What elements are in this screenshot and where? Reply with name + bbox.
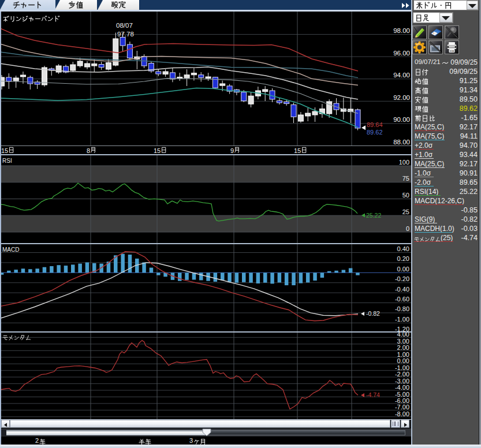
- svg-text:-1.20: -1.20: [395, 326, 409, 331]
- svg-text:01: 01: [450, 50, 453, 53]
- svg-text:50: 50: [402, 192, 409, 199]
- svg-text:-8.00: -8.00: [395, 410, 409, 417]
- svg-text:-0.60: -0.60: [395, 296, 409, 303]
- svg-text:25.22: 25.22: [366, 212, 381, 219]
- svg-text:-3.00: -3.00: [395, 378, 409, 384]
- svg-text:MACD: MACD: [2, 247, 19, 253]
- svg-text:0: 0: [406, 225, 409, 232]
- svg-text:-2.00: -2.00: [395, 371, 409, 378]
- svg-text:-6.00: -6.00: [395, 397, 409, 404]
- svg-text:-1.00: -1.00: [395, 364, 409, 371]
- svg-text:0.20: 0.20: [397, 255, 409, 262]
- svg-text:97.78: 97.78: [117, 31, 134, 38]
- svg-text:-0.80: -0.80: [395, 305, 409, 312]
- svg-text:89.64: 89.64: [367, 121, 383, 128]
- svg-text:-1.00: -1.00: [395, 316, 409, 323]
- svg-text:92.00: 92.00: [393, 94, 410, 101]
- svg-text:0.00: 0.00: [397, 357, 409, 364]
- svg-text:94.00: 94.00: [393, 72, 410, 79]
- svg-text:15: 15: [154, 147, 161, 154]
- svg-text:15: 15: [294, 147, 301, 154]
- svg-text:89.62: 89.62: [367, 129, 383, 136]
- svg-text:-5.00: -5.00: [395, 391, 409, 398]
- svg-text:25: 25: [402, 208, 409, 215]
- svg-text:0.00: 0.00: [397, 266, 409, 272]
- svg-text:-0.82: -0.82: [366, 310, 380, 317]
- svg-text:8: 8: [87, 147, 90, 154]
- svg-text:100: 100: [399, 159, 409, 166]
- svg-text:-4.74: -4.74: [366, 391, 380, 398]
- svg-text:0.40: 0.40: [397, 245, 409, 252]
- svg-text:2.00: 2.00: [397, 344, 409, 351]
- svg-text:88.00: 88.00: [393, 139, 410, 145]
- svg-text:98.00: 98.00: [393, 27, 410, 34]
- svg-text:3.00: 3.00: [397, 338, 409, 345]
- svg-text:-4.00: -4.00: [395, 384, 409, 391]
- svg-text:9: 9: [230, 147, 234, 154]
- svg-text:-0.40: -0.40: [395, 286, 409, 293]
- svg-text:15: 15: [1, 147, 8, 154]
- svg-text:-7.00: -7.00: [395, 404, 409, 410]
- svg-text:90.00: 90.00: [393, 116, 410, 123]
- svg-text:-0.20: -0.20: [395, 275, 409, 282]
- svg-text:75: 75: [402, 175, 409, 182]
- svg-text:RSI: RSI: [2, 158, 12, 164]
- svg-text:1.00: 1.00: [397, 351, 409, 358]
- svg-text:96.00: 96.00: [393, 50, 410, 57]
- svg-text:08/07: 08/07: [116, 22, 133, 29]
